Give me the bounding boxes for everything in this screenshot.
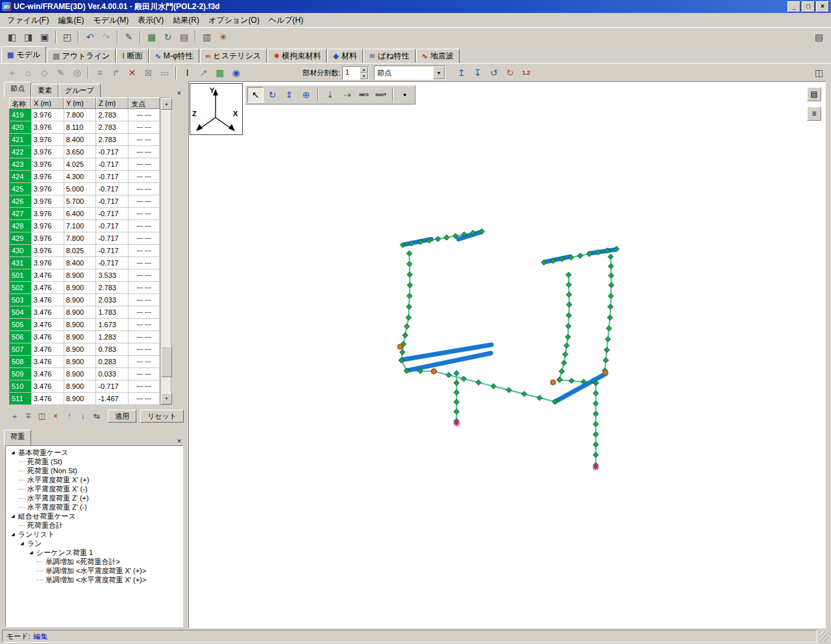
cell-value[interactable]: 7.100 bbox=[64, 220, 97, 232]
cell-value[interactable]: 3.976 bbox=[32, 121, 64, 134]
copy-view-icon[interactable]: ▤ bbox=[807, 87, 821, 101]
cell-value[interactable]: 4.025 bbox=[64, 158, 97, 171]
grid-icon[interactable]: ▥ bbox=[199, 29, 215, 45]
cell-value[interactable]: 3.976 bbox=[32, 134, 64, 146]
cell-node-name[interactable]: 428 bbox=[10, 220, 32, 232]
import-icon[interactable]: ↥ bbox=[453, 65, 469, 80]
load-panel-tab[interactable]: 荷重 bbox=[4, 430, 31, 445]
cell-value[interactable]: 3.476 bbox=[32, 393, 64, 405]
zoom-tool[interactable]: ⊕ bbox=[298, 87, 314, 103]
cell-value[interactable]: --- --- bbox=[129, 356, 160, 368]
cell-node-name[interactable]: 426 bbox=[10, 195, 32, 208]
cell-value[interactable]: 3.976 bbox=[32, 232, 64, 245]
delete-row-button[interactable]: × bbox=[49, 410, 62, 423]
tab-confined[interactable]: ✳横拘束材料 bbox=[267, 49, 327, 63]
tab-hysteresis[interactable]: ∞ヒステリシス bbox=[200, 49, 267, 63]
cell-value[interactable]: --- --- bbox=[129, 331, 160, 343]
menu-edit[interactable]: 編集(E) bbox=[53, 13, 88, 28]
cell-node-name[interactable]: 430 bbox=[10, 245, 32, 257]
undo-icon[interactable]: ↶ bbox=[82, 29, 98, 45]
cell-value[interactable]: --- --- bbox=[129, 380, 160, 393]
cell-value[interactable]: -0.717 bbox=[96, 195, 129, 208]
branch-icon[interactable]: ↱ bbox=[108, 65, 124, 80]
load-panel-close-button[interactable]: × bbox=[174, 436, 184, 445]
cell-value[interactable]: 3.976 bbox=[32, 109, 64, 121]
node-panel-close-button[interactable]: × bbox=[174, 88, 184, 97]
cell-value[interactable]: 5.000 bbox=[64, 183, 97, 195]
cell-value[interactable]: -0.717 bbox=[96, 146, 129, 158]
cell-value[interactable]: 8.900 bbox=[64, 306, 97, 319]
resize-grip[interactable] bbox=[819, 632, 829, 641]
subtab-node[interactable]: 節点 bbox=[4, 82, 31, 97]
menu-help[interactable]: ヘルプ(H) bbox=[264, 13, 308, 28]
reset-button[interactable]: リセット bbox=[140, 410, 184, 423]
tab-mphi[interactable]: ∿M-φ特性 bbox=[149, 49, 199, 63]
apply-button[interactable]: 適用 bbox=[108, 410, 136, 423]
export-icon[interactable]: ↧ bbox=[469, 65, 486, 80]
cell-value[interactable]: 8.900 bbox=[64, 356, 97, 368]
cell-value[interactable]: 3.976 bbox=[32, 220, 64, 232]
pen-icon[interactable]: ✎ bbox=[121, 29, 137, 45]
tree-item[interactable]: ◢シーケンス荷重 1 bbox=[6, 548, 182, 557]
tree-item[interactable]: ◢組合せ荷重ケース bbox=[6, 512, 182, 521]
cell-value[interactable]: 8.900 bbox=[64, 368, 97, 380]
cell-value[interactable]: --- --- bbox=[129, 269, 160, 282]
cell-value[interactable]: 2.783 bbox=[96, 134, 129, 146]
cell-node-name[interactable]: 420 bbox=[10, 121, 32, 134]
column-header-2[interactable]: Y (m) bbox=[64, 97, 96, 109]
cell-node-name[interactable]: 508 bbox=[10, 356, 32, 368]
cell-value[interactable]: 3.476 bbox=[32, 331, 64, 343]
cell-value[interactable]: -0.717 bbox=[96, 232, 129, 245]
info-tool[interactable]: INFO bbox=[356, 87, 372, 103]
slope-icon[interactable]: ↗ bbox=[195, 65, 212, 80]
cell-value[interactable]: 4.300 bbox=[64, 171, 97, 183]
cell-value[interactable]: 3.976 bbox=[32, 158, 64, 171]
align-icon[interactable]: ≡ bbox=[92, 65, 108, 80]
tab-spring[interactable]: ≋ばね特性 bbox=[364, 49, 416, 63]
scroll-down-button[interactable]: ▼ bbox=[161, 393, 172, 404]
cell-value[interactable]: -0.717 bbox=[96, 380, 129, 393]
cell-value[interactable]: --- --- bbox=[129, 232, 160, 245]
tree-item[interactable]: 死荷重合計 bbox=[6, 521, 182, 530]
sync-icon[interactable]: ↻ bbox=[502, 65, 518, 80]
tree-item[interactable]: 単調増加 <死荷重合計> bbox=[6, 557, 182, 566]
next-view-tool[interactable]: ⇢ bbox=[339, 87, 355, 103]
cell-value[interactable]: --- --- bbox=[129, 220, 160, 232]
cell-value[interactable]: 3.476 bbox=[32, 306, 64, 319]
flat-icon[interactable]: ▭ bbox=[156, 65, 173, 80]
cell-value[interactable]: --- --- bbox=[129, 183, 160, 195]
orbit-tool[interactable]: ↻ bbox=[264, 87, 280, 103]
cell-value[interactable]: 3.476 bbox=[32, 356, 64, 368]
cell-value[interactable]: --- --- bbox=[129, 146, 160, 158]
cell-value[interactable]: --- --- bbox=[129, 257, 160, 269]
tree-item[interactable]: ◢ラン bbox=[6, 539, 182, 548]
minimize-button[interactable]: _ bbox=[788, 1, 800, 12]
cell-value[interactable]: --- --- bbox=[129, 208, 160, 220]
cell-value[interactable]: 7.800 bbox=[64, 232, 97, 245]
cell-value[interactable]: 8.900 bbox=[64, 331, 97, 343]
cell-value[interactable]: 5.700 bbox=[64, 195, 97, 208]
new-window-icon[interactable]: ◧ bbox=[4, 29, 20, 45]
close-button[interactable]: × bbox=[816, 1, 829, 12]
cell-node-name[interactable]: 422 bbox=[10, 146, 32, 158]
cell-value[interactable]: --- --- bbox=[129, 121, 160, 134]
cell-node-name[interactable]: 506 bbox=[10, 331, 32, 343]
cell-value[interactable]: 0.033 bbox=[96, 368, 129, 380]
move-down-button[interactable]: ↓ bbox=[76, 410, 90, 423]
cell-value[interactable]: --- --- bbox=[129, 319, 160, 331]
cell-value[interactable]: -0.717 bbox=[96, 171, 129, 183]
cell-value[interactable]: -0.717 bbox=[96, 245, 129, 257]
cell-value[interactable]: -1.467 bbox=[96, 393, 129, 405]
cell-value[interactable]: 7.800 bbox=[64, 109, 97, 121]
cell-value[interactable]: -0.717 bbox=[96, 257, 129, 269]
cell-value[interactable]: 2.783 bbox=[96, 282, 129, 294]
subtab-element[interactable]: 要素 bbox=[31, 84, 58, 97]
cell-value[interactable]: --- --- bbox=[129, 158, 160, 171]
cell-value[interactable]: 3.533 bbox=[96, 269, 129, 282]
table-scrollbar[interactable]: ▲ ▼ bbox=[160, 97, 171, 405]
cell-value[interactable]: 1.673 bbox=[96, 319, 129, 331]
divide-count-input[interactable]: 1 ▲▼ bbox=[342, 66, 369, 80]
cell-value[interactable]: 1.283 bbox=[96, 331, 129, 343]
cell-value[interactable]: 3.976 bbox=[32, 171, 64, 183]
tab-model[interactable]: ▦モデル bbox=[1, 46, 46, 63]
